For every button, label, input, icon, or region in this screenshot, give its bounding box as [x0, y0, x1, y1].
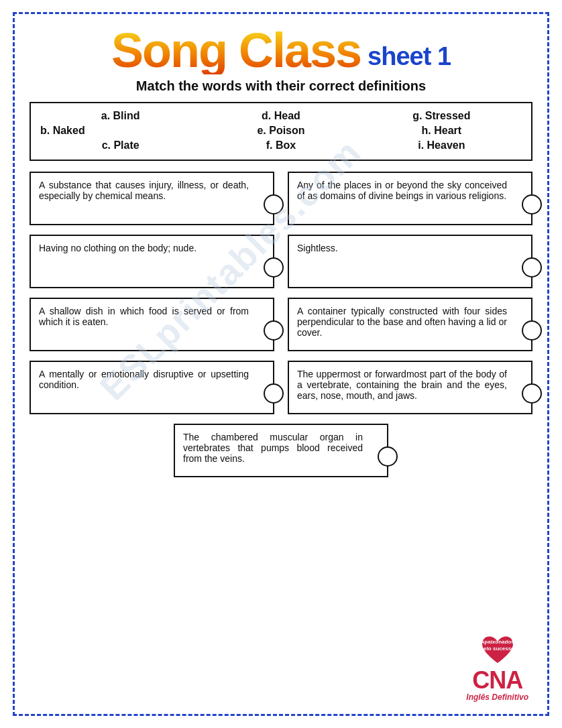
circle-head	[522, 383, 542, 404]
word-naked: b. Naked	[40, 125, 201, 137]
word-plate: c. Plate	[40, 139, 201, 151]
word-stressed: g. Stressed	[361, 110, 522, 122]
def-text-naked: Having no clothing on the body; nude.	[39, 243, 196, 253]
def-card-head: The uppermost or forwardmost part of the…	[288, 361, 532, 414]
circle-heart	[378, 446, 398, 467]
circle-stressed	[264, 383, 284, 404]
title-song: Song Class	[111, 26, 361, 74]
bottom-card-wrap: The chambered muscular organ in vertebra…	[30, 424, 532, 477]
word-row-2: b. Naked e. Poison h. Heart	[40, 125, 522, 137]
circle-heaven	[522, 194, 542, 215]
word-heaven: i. Heaven	[361, 139, 522, 151]
word-box: f. Box	[201, 139, 361, 151]
title-sheet: sheet 1	[368, 44, 451, 69]
def-card-stressed: A mentally or emotionally disruptive or …	[30, 361, 274, 414]
title-area: Song Class sheet 1	[30, 26, 532, 74]
circle-box	[522, 320, 542, 341]
cna-name: CNA	[472, 668, 522, 692]
cna-apaixonados: Apaixonadospelo sucesso	[480, 639, 514, 653]
circle-blind	[522, 257, 542, 278]
def-text-poison: A substance that causes injury, illness,…	[39, 180, 249, 201]
def-card-heart: The chambered muscular organ in vertebra…	[174, 424, 388, 477]
circle-poison	[264, 194, 284, 215]
def-text-stressed: A mentally or emotionally disruptive or …	[39, 369, 249, 390]
subtitle: Match the words with their correct defin…	[30, 78, 532, 94]
page: ESLprintables.com Song Class sheet 1 Mat…	[13, 12, 549, 716]
def-text-heaven: Any of the places in or beyond the sky c…	[297, 180, 507, 201]
circle-naked	[264, 257, 284, 278]
def-text-box: A container typically constructed with f…	[297, 306, 507, 338]
def-card-heaven: Any of the places in or beyond the sky c…	[288, 172, 532, 225]
word-blind: a. Blind	[40, 110, 201, 122]
cna-logo: Apaixonadospelo sucesso CNA Inglês Defin…	[466, 633, 528, 702]
def-text-blind: Sightless.	[297, 243, 338, 253]
word-poison: e. Poison	[201, 125, 361, 137]
def-card-box: A container typically constructed with f…	[288, 298, 532, 351]
definitions-grid: A substance that causes injury, illness,…	[30, 172, 532, 414]
def-card-naked: Having no clothing on the body; nude.	[30, 235, 274, 288]
def-text-head: The uppermost or forwardmost part of the…	[297, 369, 507, 401]
cna-tagline: Inglês Definitivo	[466, 692, 528, 702]
def-card-plate: A shallow dish in which food is served o…	[30, 298, 274, 351]
def-text-heart: The chambered muscular organ in vertebra…	[183, 432, 363, 464]
circle-plate	[264, 320, 284, 341]
def-card-poison: A substance that causes injury, illness,…	[30, 172, 274, 225]
word-row-1: a. Blind d. Head g. Stressed	[40, 110, 522, 122]
word-box: a. Blind d. Head g. Stressed b. Naked e.…	[30, 102, 532, 161]
def-card-blind: Sightless.	[288, 235, 532, 288]
def-text-plate: A shallow dish in which food is served o…	[39, 306, 249, 327]
word-row-3: c. Plate f. Box i. Heaven	[40, 139, 522, 151]
word-heart: h. Heart	[361, 125, 522, 137]
word-head: d. Head	[201, 110, 361, 122]
